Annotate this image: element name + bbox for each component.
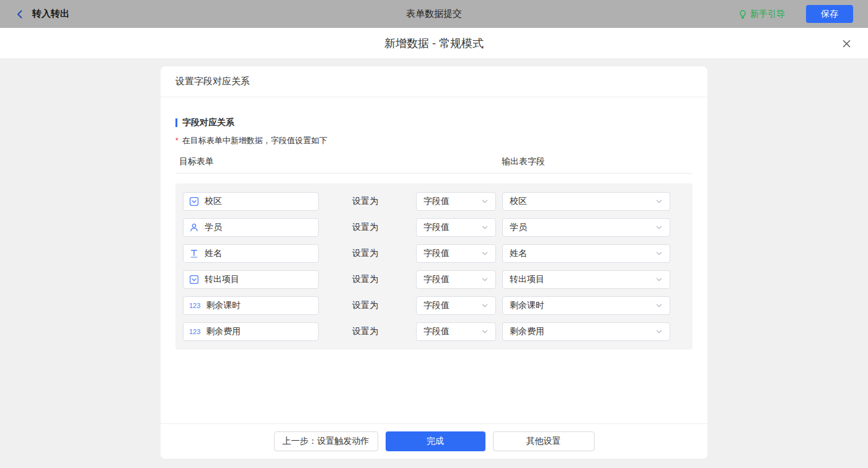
beginner-guide-link[interactable]: 新手引导 — [738, 9, 785, 20]
target-field-input[interactable]: 学员 — [183, 218, 319, 237]
chevron-down-icon — [655, 198, 663, 205]
column-header-target-form: 目标表单 — [175, 156, 502, 167]
target-field-input[interactable]: 校区 — [183, 192, 319, 211]
value-mode-select[interactable]: 字段值 — [416, 322, 496, 341]
chevron-down-icon — [481, 302, 489, 309]
previous-step-button[interactable]: 上一步：设置触发动作 — [274, 431, 378, 451]
value-mode-select[interactable]: 字段值 — [416, 244, 496, 263]
output-field-select[interactable]: 姓名 — [502, 244, 670, 263]
value-mode-select[interactable]: 字段值 — [416, 192, 496, 211]
target-field-input[interactable]: 转出项目 — [183, 270, 319, 289]
other-settings-button[interactable]: 其他设置 — [493, 431, 595, 451]
output-field-select[interactable]: 校区 — [502, 192, 670, 211]
value-mode-select[interactable]: 字段值 — [416, 296, 496, 315]
select-field-icon — [189, 196, 199, 206]
value-mode-select[interactable]: 字段值 — [416, 218, 496, 237]
output-field-selected: 学员 — [510, 222, 527, 233]
set-as-label: 设置为 — [352, 300, 379, 311]
modal-body: 设置字段对应关系 字段对应关系 * 在目标表单中新增数据，字段值设置如下 目标表… — [0, 59, 868, 468]
card-footer: 上一步：设置触发动作 完成 其他设置 — [161, 423, 707, 459]
set-as-label: 设置为 — [352, 274, 379, 285]
save-button[interactable]: 保存 — [806, 5, 853, 23]
section-title: 字段对应关系 — [175, 117, 693, 128]
chevron-down-icon — [481, 224, 489, 231]
column-header-output-fields: 输出表字段 — [502, 156, 693, 167]
value-mode-selected: 字段值 — [423, 300, 450, 311]
field-mapping-row: 姓名 设置为 字段值 姓名 — [183, 244, 685, 263]
chevron-down-icon — [655, 250, 663, 257]
output-field-selected: 校区 — [510, 196, 527, 207]
number-field-icon: 123 — [189, 329, 200, 335]
member-field-icon — [189, 223, 199, 232]
done-button[interactable]: 完成 — [386, 431, 485, 451]
value-mode-selected: 字段值 — [423, 248, 450, 259]
field-mapping-row: 转出项目 设置为 字段值 转出项目 — [183, 270, 685, 289]
target-field-label: 剩余费用 — [206, 326, 241, 337]
set-as-label: 设置为 — [352, 196, 379, 207]
set-as-label: 设置为 — [352, 222, 379, 233]
required-mark: * — [175, 136, 179, 145]
section-note: * 在目标表单中新增数据，字段值设置如下 — [175, 135, 693, 146]
output-field-selected: 姓名 — [510, 248, 527, 259]
app-topbar: 转入转出 表单数据提交 新手引导 保存 — [0, 0, 868, 28]
beginner-guide-label: 新手引导 — [750, 9, 785, 20]
target-field-label: 剩余课时 — [206, 300, 241, 311]
section-title-label: 字段对应关系 — [182, 117, 234, 128]
section-accent-bar — [175, 118, 177, 127]
value-mode-select[interactable]: 字段值 — [416, 270, 496, 289]
chevron-down-icon — [481, 276, 489, 283]
dim-overlay — [0, 0, 868, 28]
output-field-selected: 剩余课时 — [510, 300, 544, 311]
back-icon[interactable] — [15, 9, 25, 19]
close-icon[interactable] — [839, 37, 853, 50]
target-field-input[interactable]: 姓名 — [183, 244, 319, 263]
field-mapping-row: 学员 设置为 字段值 学员 — [183, 218, 685, 237]
target-field-label: 学员 — [205, 222, 222, 233]
output-field-select[interactable]: 剩余课时 — [502, 296, 670, 315]
value-mode-selected: 字段值 — [423, 274, 450, 285]
target-field-label: 转出项目 — [205, 274, 239, 285]
output-field-selected: 转出项目 — [510, 274, 544, 285]
lightbulb-icon — [738, 10, 747, 19]
text-field-icon — [189, 249, 199, 258]
field-mapping-rows: 校区 设置为 字段值 校区 — [175, 183, 693, 350]
field-mapping-row: 校区 设置为 字段值 校区 — [183, 192, 685, 211]
field-mapping-row: 123 剩余课时 设置为 字段值 剩余课时 — [183, 296, 685, 315]
chevron-down-icon — [655, 302, 663, 309]
field-mapping-card: 设置字段对应关系 字段对应关系 * 在目标表单中新增数据，字段值设置如下 目标表… — [161, 66, 707, 459]
page-title: 表单数据提交 — [0, 8, 868, 20]
chevron-down-icon — [481, 328, 489, 335]
modal-header: 新增数据 - 常规模式 — [0, 28, 868, 59]
target-field-label: 校区 — [205, 196, 222, 207]
modal-title: 新增数据 - 常规模式 — [384, 36, 484, 51]
column-headers: 目标表单 输出表字段 — [175, 156, 693, 174]
field-mapping-row: 123 剩余费用 设置为 字段值 剩余费用 — [183, 322, 685, 341]
target-field-input[interactable]: 123 剩余课时 — [183, 296, 319, 315]
chevron-down-icon — [481, 198, 489, 205]
output-field-select[interactable]: 转出项目 — [502, 270, 670, 289]
card-title: 设置字段对应关系 — [161, 66, 707, 97]
select-field-icon — [189, 275, 199, 285]
target-field-input[interactable]: 123 剩余费用 — [183, 322, 319, 341]
value-mode-selected: 字段值 — [423, 196, 450, 207]
set-as-label: 设置为 — [352, 326, 379, 337]
output-field-select[interactable]: 学员 — [502, 218, 670, 237]
number-field-icon: 123 — [189, 302, 200, 309]
set-as-label: 设置为 — [352, 248, 379, 259]
value-mode-selected: 字段值 — [423, 326, 450, 337]
chevron-down-icon — [481, 250, 489, 257]
output-field-select[interactable]: 剩余费用 — [502, 322, 670, 341]
output-field-selected: 剩余费用 — [510, 326, 544, 337]
value-mode-selected: 字段值 — [423, 222, 450, 233]
chevron-down-icon — [655, 224, 663, 231]
chevron-down-icon — [655, 328, 663, 335]
back-label[interactable]: 转入转出 — [32, 8, 69, 20]
target-field-label: 姓名 — [205, 248, 222, 259]
chevron-down-icon — [655, 276, 663, 283]
section-note-text: 在目标表单中新增数据，字段值设置如下 — [182, 135, 327, 146]
